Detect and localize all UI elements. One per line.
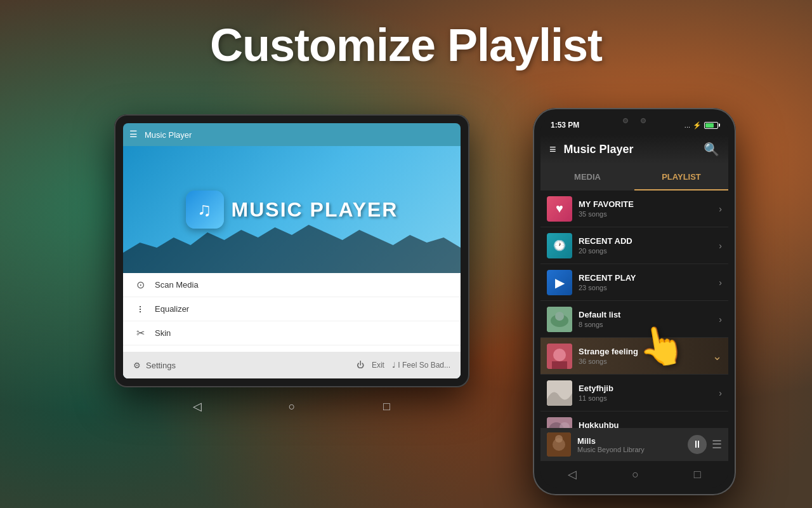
recent-add-thumb: 🕐 — [547, 233, 572, 258]
recent-play-arrow: › — [719, 277, 722, 288]
favorite-name: MY FAVORITE — [579, 199, 719, 209]
settings-label: Settings — [146, 361, 176, 370]
recent-play-thumb: ▶ — [547, 270, 572, 295]
strange-thumb — [547, 344, 572, 369]
home-btn[interactable]: ○ — [283, 398, 301, 415]
battery-fill — [705, 123, 714, 128]
svg-point-4 — [553, 349, 566, 361]
power-icon[interactable]: ⏻ — [357, 361, 364, 370]
tablet-app-title: Music Player — [145, 130, 192, 140]
tablet-logo-text: MUSIC PLAYER — [232, 198, 398, 222]
playlist-item-default[interactable]: Default list 8 songs › — [540, 301, 728, 338]
default-arrow: › — [719, 314, 722, 324]
now-playing-bar: Mills Music Beyond Library ⏸ ☰ — [540, 428, 728, 461]
default-count: 8 songs — [579, 321, 719, 328]
playlist-content: ♥ MY FAVORITE 35 songs › 🕐 RECENT ADD 20… — [540, 190, 728, 428]
phone-screen: 1:53 PM ... ⚡ ≡ Music Player 🔍 MEDIA — [540, 116, 728, 488]
app-title: Music Player — [564, 143, 704, 156]
hgkkuhbu-thumb — [547, 417, 572, 429]
playlist-item-hgkkuhbu[interactable]: Hgkkuhbu 37 songs › — [540, 411, 728, 428]
now-playing-thumb — [547, 432, 571, 457]
tablet-menu: ⊙ Scan Media ⫶ Equalizer ✂ Skin ◌ Sleep … — [123, 273, 461, 378]
phone-navbar: ◁ ○ □ — [540, 461, 728, 488]
signal-icon: ... — [684, 121, 690, 129]
tab-media[interactable]: MEDIA — [540, 164, 634, 190]
tablet-bottom-bar: ⚙ Settings ⏻ Exit ♩ I Feel So Bad... — [123, 352, 461, 378]
tablet-logo: ♫ MUSIC PLAYER — [186, 190, 398, 229]
favorite-arrow: › — [719, 204, 722, 214]
strange-info: Strange feeling 36 songs — [579, 347, 712, 365]
scan-label: Scan Media — [155, 280, 450, 290]
search-icon[interactable]: 🔍 — [704, 142, 719, 157]
camera-dot-right — [641, 118, 646, 123]
music-note-icon: ♩ I Feel So Bad... — [392, 361, 450, 370]
hgkkuhbu-info: Hgkkuhbu 37 songs — [579, 420, 719, 428]
settings-button[interactable]: ⚙ Settings — [133, 361, 176, 370]
now-playing-artist: Music Beyond Library — [577, 446, 681, 453]
hgkkuhbu-arrow: › — [719, 425, 722, 429]
favorite-thumb: ♥ — [547, 196, 572, 222]
phone-mockup: 1:53 PM ... ⚡ ≡ Music Player 🔍 MEDIA — [533, 108, 736, 495]
now-playing-title: Mills — [577, 436, 681, 446]
eetyfhjib-name: Eetyfhjib — [579, 384, 719, 393]
back-nav-btn[interactable]: ◁ — [568, 467, 577, 481]
recent-play-count: 23 songs — [579, 284, 719, 291]
tab-playlist[interactable]: PLAYLIST — [634, 164, 728, 190]
playlist-item-recent-add[interactable]: 🕐 RECENT ADD 20 songs › — [540, 227, 728, 264]
recent-add-name: RECENT ADD — [579, 236, 719, 246]
menu-item-skin[interactable]: ✂ Skin — [123, 321, 461, 345]
recent-add-info: RECENT ADD 20 songs — [579, 236, 719, 255]
crowd-silhouette — [123, 222, 461, 273]
home-nav-btn[interactable]: ○ — [632, 468, 639, 481]
strange-chevron: ⌄ — [712, 349, 722, 363]
default-name: Default list — [579, 310, 719, 319]
strange-count: 36 songs — [579, 358, 712, 365]
playback-controls: ⏸ ☰ — [688, 435, 722, 454]
svg-point-2 — [555, 312, 564, 321]
hgkkuhbu-name: Hgkkuhbu — [579, 420, 719, 428]
menu-item-equalizer[interactable]: ⫶ Equalizer — [123, 297, 461, 321]
tablet-banner: ♫ MUSIC PLAYER — [123, 146, 461, 273]
queue-icon[interactable]: ☰ — [712, 438, 722, 451]
equalizer-icon: ⫶ — [133, 302, 147, 316]
playlist-item-recent-play[interactable]: ▶ RECENT PLAY 23 songs › — [540, 264, 728, 301]
pause-button[interactable]: ⏸ — [688, 435, 707, 454]
playlist-item-strange[interactable]: Strange feeling 36 songs ⌄ — [540, 338, 728, 375]
tablet-navbar: ◁ ○ □ — [150, 394, 434, 419]
back-btn[interactable]: ◁ — [188, 398, 206, 415]
status-icons: ... ⚡ — [684, 121, 718, 130]
favorite-info: MY FAVORITE 35 songs — [579, 199, 719, 218]
phone-camera — [623, 118, 646, 123]
menu-item-scan[interactable]: ⊙ Scan Media — [123, 273, 461, 297]
svg-rect-5 — [552, 361, 567, 369]
skin-icon: ✂ — [133, 326, 147, 340]
favorite-count: 35 songs — [579, 210, 719, 218]
battery-indicator — [704, 122, 718, 129]
tab-media-label: MEDIA — [574, 172, 601, 182]
scan-icon: ⊙ — [133, 278, 147, 292]
recent-add-count: 20 songs — [579, 247, 719, 255]
settings-icon: ⚙ — [133, 361, 141, 370]
recent-play-info: RECENT PLAY 23 songs — [579, 273, 719, 291]
tablet-topbar: ☰ Music Player — [123, 123, 461, 146]
tab-bar: MEDIA PLAYLIST — [540, 164, 728, 190]
tab-playlist-label: PLAYLIST — [662, 172, 701, 182]
tablet-outer: ☰ Music Player ♫ MUSIC PLAYER ⊙ Scan Med… — [114, 114, 469, 387]
hamburger-menu-icon[interactable]: ≡ — [549, 143, 556, 156]
recent-btn[interactable]: □ — [377, 398, 395, 415]
playlist-item-eetyfhjib[interactable]: Eetyfhjib 11 songs › — [540, 375, 728, 411]
camera-dot-left — [623, 118, 628, 123]
tablet-mockup: ☰ Music Player ♫ MUSIC PLAYER ⊙ Scan Med… — [114, 114, 469, 387]
bottom-right-controls: ⏻ Exit ♩ I Feel So Bad... — [357, 361, 450, 370]
recent-nav-btn[interactable]: □ — [694, 468, 701, 481]
equalizer-label: Equalizer — [155, 304, 450, 314]
now-playing-info: Mills Music Beyond Library — [577, 436, 681, 453]
strange-name: Strange feeling — [579, 347, 712, 356]
eetyfhjib-info: Eetyfhjib 11 songs — [579, 384, 719, 402]
page-title: Customize Playlist — [0, 19, 812, 71]
eetyfhjib-count: 11 songs — [579, 394, 719, 402]
skin-label: Skin — [155, 328, 450, 338]
app-bar: ≡ Music Player 🔍 — [540, 135, 728, 164]
playlist-item-favorite[interactable]: ♥ MY FAVORITE 35 songs › — [540, 190, 728, 227]
exit-label[interactable]: Exit — [372, 361, 384, 370]
